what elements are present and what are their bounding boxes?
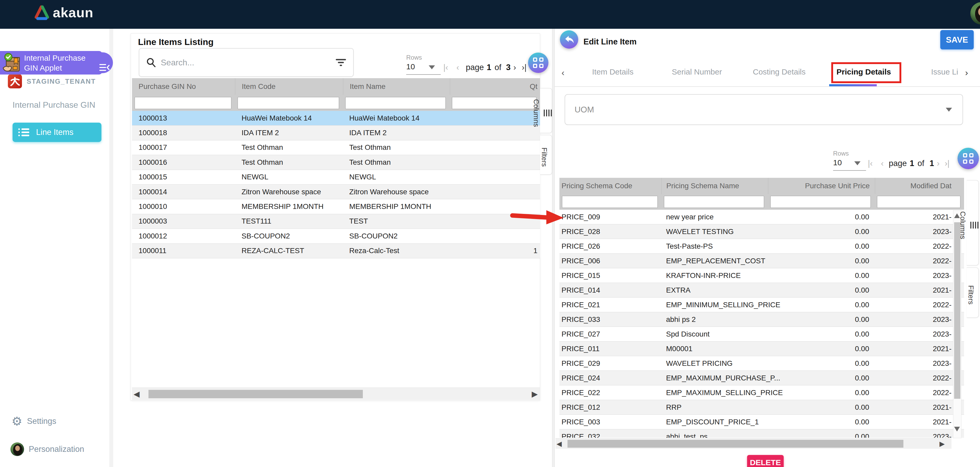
table-row[interactable]: PRICE_027Spd Discount0.002023- — [559, 327, 964, 341]
scroll-right-icon[interactable]: ▶ — [532, 390, 538, 398]
tab-serial-number[interactable]: Serial Number — [672, 67, 722, 77]
sidebar-scrollbar[interactable] — [109, 29, 113, 467]
filter-input[interactable] — [664, 196, 764, 208]
delete-button[interactable]: DELETE — [747, 455, 784, 467]
filter-input[interactable] — [452, 97, 536, 109]
table-row[interactable]: PRICE_015KRAFTON-INR-PRICE0.002023- — [559, 268, 964, 283]
search-input[interactable] — [161, 58, 331, 67]
first-page-icon[interactable]: |‹ — [868, 159, 873, 168]
personalization-label: Personalization — [29, 445, 84, 454]
filters-tab[interactable]: Filters — [540, 135, 552, 175]
filter-input[interactable] — [770, 196, 871, 208]
table-row[interactable]: 1000010MEMBERSHIP 1MONTHMEMBERSHIP 1MONT… — [132, 199, 540, 214]
scroll-left-icon[interactable]: ◀ — [557, 440, 562, 447]
user-avatar[interactable] — [970, 2, 980, 25]
table-row[interactable]: 1000011REZA-CALC-TESTReza-Calc-Test1 — [132, 244, 540, 258]
tab-costing-details[interactable]: Costing Details — [753, 67, 806, 77]
table-row[interactable]: PRICE_033abhi ps 20.002023- — [559, 312, 964, 327]
cell: EMP_MINIMUM_SELLING_PRICE — [661, 301, 768, 309]
table-row[interactable]: PRICE_009new year price0.002021- — [559, 210, 964, 224]
save-button[interactable]: SAVE — [940, 30, 974, 49]
cell: PRICE_032 — [559, 432, 661, 438]
cell: Spd Discount — [661, 330, 768, 338]
grid-view-button[interactable] — [528, 53, 549, 73]
cell: TEST111 — [235, 217, 343, 225]
table-row[interactable]: PRICE_006EMP_REPLACEMENT_COST0.002022- — [559, 253, 964, 268]
rows-per-page-value[interactable]: 10 — [833, 158, 842, 167]
table-row[interactable]: PRICE_032abhi_test_ps0.002023- — [559, 429, 964, 438]
columns-tab[interactable]: Columns — [540, 88, 552, 133]
first-page-icon[interactable]: |‹ — [443, 63, 448, 72]
tenant-icon[interactable] — [8, 74, 22, 88]
table-row[interactable]: PRICE_028WAVELET TESTING0.002023- — [559, 224, 964, 239]
scroll-right-icon[interactable]: ▶ — [939, 440, 945, 447]
table-row[interactable]: PRICE_011M000010.002021- — [559, 341, 964, 356]
page-current: 1 — [487, 63, 491, 72]
sidebar-item-line-items[interactable]: Line Items — [13, 123, 102, 142]
table-row[interactable]: PRICE_022EMP_MAXIMUM_SELLING_PRICE0.0020… — [559, 386, 964, 400]
horizontal-scrollbar[interactable]: ◀ ▶ — [555, 438, 951, 449]
scroll-left-icon[interactable]: ◀ — [134, 390, 140, 398]
uom-select[interactable]: UOM — [565, 94, 963, 125]
scroll-down-icon[interactable] — [954, 427, 960, 432]
column-header[interactable]: Purchase Unit Price — [768, 182, 875, 190]
column-header[interactable]: Qt — [450, 82, 540, 91]
scrollbar-thumb[interactable] — [568, 440, 904, 448]
table-row[interactable]: 1000016Test OthmanTest Othman — [132, 155, 540, 170]
horizontal-scrollbar[interactable]: ◀ ▶ — [132, 387, 540, 400]
back-button[interactable] — [560, 30, 578, 49]
filter-input[interactable] — [345, 97, 446, 109]
table-row[interactable]: PRICE_012RRP0.002021- — [559, 400, 964, 415]
column-header[interactable]: Modified Dat — [875, 182, 964, 190]
table-row[interactable]: 1000017Test OthmanTest Othman — [132, 140, 540, 155]
column-header[interactable]: Purchase GIN No — [132, 82, 235, 91]
filter-input[interactable] — [238, 97, 339, 109]
scrollbar-thumb[interactable] — [148, 390, 363, 398]
rows-dropdown-icon[interactable] — [854, 161, 861, 165]
prev-page-icon[interactable]: ‹ — [881, 159, 883, 168]
sidebar-item-settings[interactable]: ⚙ Settings — [11, 415, 56, 427]
cell: PRICE_024 — [559, 374, 661, 382]
table-row[interactable]: PRICE_021EMP_MINIMUM_SELLING_PRICE0.0020… — [559, 298, 964, 312]
grid-view-button[interactable] — [958, 148, 979, 169]
column-header[interactable]: Pricing Schema Name — [662, 182, 768, 190]
cell: MEMBERSHIP 1MONTH — [343, 202, 449, 211]
table-row[interactable]: 1000018IDA ITEM 2IDA ITEM 2 — [132, 126, 540, 140]
column-header[interactable]: Item Code — [235, 82, 343, 91]
filter-input[interactable] — [877, 196, 960, 208]
last-page-icon[interactable]: ›| — [522, 63, 527, 72]
table-row[interactable]: 1000003TEST111TEST — [132, 214, 540, 229]
column-header[interactable]: Item Name — [343, 82, 450, 91]
tabs-scroll-left-icon[interactable]: ‹ — [562, 67, 564, 78]
table-row[interactable]: PRICE_003EMP_DISCOUNT_PRICE_10.002021- — [559, 415, 964, 429]
next-page-icon[interactable]: › — [937, 159, 939, 168]
rows-per-page-value[interactable]: 10 — [406, 62, 415, 71]
table-row[interactable]: PRICE_014EXTRA0.002021- — [559, 283, 964, 298]
tab-issue-link[interactable]: Issue Li — [931, 67, 958, 77]
scrollbar-thumb[interactable] — [954, 222, 960, 399]
column-header[interactable]: Pricing Schema Code — [559, 182, 661, 190]
cell: PRICE_028 — [559, 228, 661, 236]
table-row[interactable]: 1000012SB-COUPON2SB-COUPON2 — [132, 229, 540, 244]
last-page-icon[interactable]: ›| — [945, 159, 950, 168]
tenant-name[interactable]: STAGING_TENANT — [27, 77, 95, 86]
table-row[interactable]: 1000015NEWGLNEWGL — [132, 170, 540, 185]
tab-item-details[interactable]: Item Details — [592, 67, 633, 77]
columns-tab[interactable]: Columns — [967, 180, 979, 265]
collapse-menu-icon[interactable] — [99, 63, 110, 72]
sidebar-item-personalization[interactable]: Personalization — [10, 442, 84, 456]
rows-dropdown-icon[interactable] — [429, 65, 435, 69]
tabs-scroll-right-icon[interactable]: › — [965, 67, 968, 78]
next-page-icon[interactable]: › — [513, 63, 516, 72]
filter-input[interactable] — [562, 196, 658, 208]
filters-tab[interactable]: Filters — [967, 268, 979, 318]
table-row[interactable]: PRICE_029WAVELET PRICING0.002023- — [559, 356, 964, 371]
prev-page-icon[interactable]: ‹ — [457, 63, 459, 72]
table-row[interactable]: 1000013HuaWei Matebook 14HuaWei Matebook… — [132, 111, 540, 126]
table-row[interactable]: PRICE_026Test-Paste-PS0.002022- — [559, 239, 964, 253]
table-row[interactable]: 1000014Zitron Warehouse spaceZitron Ware… — [132, 185, 540, 199]
filter-input[interactable] — [135, 97, 231, 109]
filter-list-icon[interactable] — [336, 58, 346, 67]
gear-icon: ⚙ — [11, 415, 22, 427]
table-row[interactable]: PRICE_024EMP_MAXIMUM_PURCHASE_P...0.0020… — [559, 371, 964, 386]
